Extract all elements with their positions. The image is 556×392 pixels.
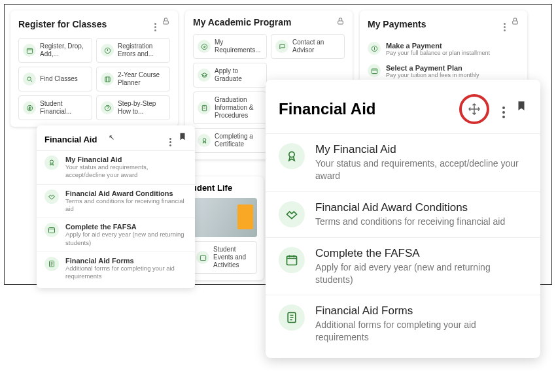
svg-rect-4 — [105, 76, 109, 81]
financial-aid-popover-large: Financial Aid My Financial AidYour statu… — [266, 80, 540, 358]
student-life-image — [192, 198, 257, 237]
card-student-life: udent Life Student Events and Activities — [185, 176, 264, 280]
tile-graduation-info[interactable]: Graduation Information & Procedures — [193, 91, 267, 124]
card-title: My Academic Program — [193, 17, 291, 27]
tile-find-classes[interactable]: Find Classes — [18, 67, 92, 91]
handshake-icon — [44, 189, 59, 204]
calendar-icon — [368, 64, 381, 77]
help-icon — [101, 101, 114, 114]
popover-title: Financial Aid — [279, 100, 454, 118]
card-title: Register for Classes — [18, 19, 107, 29]
tile-my-requirements[interactable]: My Requirements... — [193, 34, 267, 59]
search-icon — [23, 73, 36, 86]
svg-point-10 — [203, 138, 206, 141]
bookmark-icon[interactable] — [178, 132, 187, 146]
tile-certificate[interactable]: Completing a Certificate — [193, 128, 267, 153]
payment-item-plan[interactable]: Select a Payment PlanPay your tuition an… — [368, 60, 519, 82]
svg-rect-14 — [200, 255, 205, 260]
fa-item-fafsa[interactable]: Complete the FAFSAApply for aid every ye… — [37, 218, 195, 252]
calendar-icon — [44, 223, 59, 237]
svg-rect-16 — [49, 228, 55, 233]
lock-icon — [162, 17, 170, 31]
fa-item-award-conditions[interactable]: Financial Aid Award ConditionsTerms and … — [266, 191, 540, 237]
lock-icon — [336, 17, 345, 27]
cert-icon — [198, 134, 211, 147]
svg-rect-1 — [27, 48, 32, 53]
alert-icon — [101, 44, 114, 57]
handshake-icon — [279, 201, 305, 227]
tile-contact-advisor[interactable]: Contact an Advisor — [271, 34, 345, 59]
fa-item-my-financial-aid[interactable]: My Financial AidYour status and requirem… — [37, 150, 195, 184]
svg-rect-19 — [287, 256, 297, 265]
award-icon — [44, 155, 59, 170]
tile-step-by-step[interactable]: Step-by-Step How to... — [96, 95, 170, 120]
svg-rect-7 — [338, 21, 343, 24]
calendar-icon — [279, 247, 305, 273]
tile-register-drop-add[interactable]: Register, Drop, Add,... — [18, 38, 92, 63]
award-icon — [279, 143, 305, 169]
dollar-icon — [23, 101, 36, 114]
compass-icon — [198, 40, 211, 53]
grad-icon — [198, 69, 211, 82]
fa-item-fafsa[interactable]: Complete the FAFSAApply for aid every ye… — [266, 237, 540, 295]
form-icon — [279, 304, 305, 331]
more-icon[interactable] — [502, 100, 505, 118]
tile-student-financial[interactable]: Student Financial... — [18, 95, 92, 120]
fa-item-my-financial-aid[interactable]: My Financial AidYour status and requirem… — [266, 133, 540, 191]
financial-aid-popover-small: Financial Aid My Financial AidYour statu… — [37, 125, 195, 288]
move-icon[interactable] — [468, 103, 481, 116]
popover-title: Financial Aid — [44, 135, 97, 144]
calendar-icon — [23, 44, 36, 57]
lock-icon — [511, 17, 519, 31]
form-icon — [44, 257, 59, 271]
more-icon[interactable] — [169, 132, 171, 146]
bookmark-icon[interactable] — [515, 100, 527, 118]
more-icon[interactable] — [154, 17, 156, 31]
calendar-icon — [196, 251, 209, 264]
student-events-link[interactable]: Student Events and Activities — [192, 241, 257, 274]
card-title: udent Life — [192, 183, 257, 193]
planner-icon — [101, 73, 114, 86]
svg-point-3 — [27, 76, 31, 80]
payment-item-make[interactable]: Make a PaymentPay your full balance or p… — [368, 38, 519, 60]
fa-item-award-conditions[interactable]: Financial Aid Award ConditionsTerms and … — [37, 184, 195, 218]
cursor-pointer-icon: ↖ — [109, 133, 114, 142]
more-icon[interactable] — [504, 17, 506, 31]
svg-rect-0 — [164, 21, 169, 24]
tile-apply-graduate[interactable]: Apply to Graduate — [193, 63, 267, 88]
tile-registration-errors[interactable]: Registration Errors and... — [96, 38, 170, 63]
fa-item-forms[interactable]: Financial Aid FormsAdditional forms for … — [266, 295, 540, 353]
doc-icon — [198, 101, 211, 114]
svg-rect-11 — [513, 21, 518, 24]
drag-highlight-ring — [459, 94, 489, 124]
tile-course-planner[interactable]: 2-Year Course Planner — [96, 67, 170, 91]
svg-point-15 — [50, 160, 54, 163]
fa-item-forms[interactable]: Financial Aid FormsAdditional forms for … — [37, 252, 195, 286]
card-title: My Payments — [368, 19, 426, 29]
dollar-icon — [368, 42, 381, 55]
card-register: Register for Classes Register, Drop, Add… — [10, 10, 178, 127]
svg-point-18 — [289, 152, 294, 157]
chat-icon — [275, 40, 288, 53]
svg-rect-13 — [372, 69, 377, 73]
card-payments: My Payments Make a PaymentPay your full … — [360, 10, 527, 89]
